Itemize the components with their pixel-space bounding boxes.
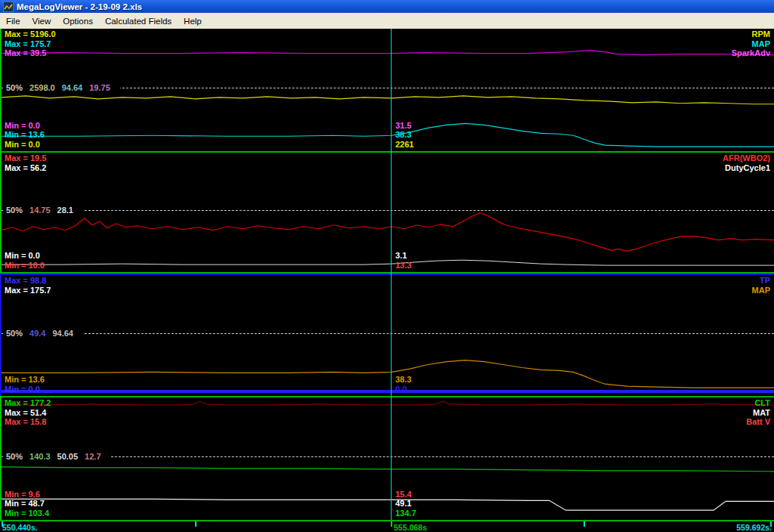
min-label: Min = 13.6 bbox=[5, 375, 45, 385]
fifty-percent-text: 50% bbox=[6, 83, 23, 92]
trace-map bbox=[2, 123, 774, 147]
timeline-cursor-time: 555.068s bbox=[394, 523, 427, 532]
min-label: Min = 10.0 bbox=[5, 261, 45, 271]
min-label: Min = 13.6 bbox=[5, 130, 45, 140]
min-label: Min = 103.4 bbox=[5, 509, 49, 518]
cursor-value: 0.0 bbox=[395, 385, 411, 394]
cursor-values: 31.538.32261 bbox=[395, 121, 413, 150]
max-labels: Max = 19.5Max = 56.2 bbox=[5, 153, 46, 172]
fifty-percent-value: 28.1 bbox=[57, 206, 73, 215]
trace-sparkadv bbox=[2, 51, 774, 55]
time-cursor-line[interactable] bbox=[391, 29, 392, 520]
max-label: Max = 175.7 bbox=[5, 286, 51, 295]
cursor-value: 2261 bbox=[395, 140, 413, 150]
min-label: Min = 0.0 bbox=[5, 140, 45, 150]
menu-view[interactable]: View bbox=[26, 14, 57, 28]
timeline-tick bbox=[391, 521, 392, 527]
fifty-percent-text: 50% bbox=[6, 206, 23, 215]
fifty-percent-value: 14.75 bbox=[29, 206, 51, 215]
trace-map bbox=[2, 360, 774, 388]
fifty-percent-labels: 50%14.7528.1 bbox=[3, 206, 83, 215]
gridline-dash bbox=[2, 210, 774, 211]
cursor-values: 38.30.0 bbox=[395, 375, 411, 394]
max-label: Max = 51.4 bbox=[5, 408, 51, 418]
fifty-percent-gridline: 50%49.494.64 bbox=[2, 329, 774, 338]
cursor-values: 15.449.1134.7 bbox=[395, 490, 416, 518]
series-label: RPM bbox=[732, 29, 770, 39]
chart-area: 50%2598.094.6419.75Max = 5196.0Max = 175… bbox=[0, 29, 774, 520]
fifty-percent-value: 50.05 bbox=[57, 452, 79, 461]
cursor-value: 49.1 bbox=[395, 499, 416, 509]
max-label: Max = 5196.0 bbox=[5, 29, 56, 39]
cursor-value: 13.3 bbox=[395, 261, 411, 271]
series-label: SparkAdv bbox=[732, 48, 770, 58]
trace-rpm bbox=[2, 96, 774, 104]
max-label: Max = 98.8 bbox=[5, 276, 51, 286]
fifty-percent-value: 94.64 bbox=[52, 329, 73, 338]
panel-clt-mat-battv[interactable]: 50%140.350.0512.7Max = 177.2Max = 51.4Ma… bbox=[0, 396, 774, 520]
fifty-percent-text: 50% bbox=[6, 329, 23, 338]
cursor-value: 31.5 bbox=[395, 121, 413, 131]
fifty-percent-labels: 50%2598.094.6419.75 bbox=[3, 83, 120, 92]
min-labels: Min = 0.0Min = 13.6Min = 0.0 bbox=[5, 121, 45, 150]
max-label: Max = 15.8 bbox=[5, 417, 51, 427]
fifty-percent-labels: 50%49.494.64 bbox=[3, 329, 83, 338]
fifty-percent-value: 2598.0 bbox=[29, 83, 55, 92]
max-label: Max = 177.2 bbox=[5, 398, 51, 408]
timeline-tick bbox=[2, 521, 3, 527]
series-label: MAP bbox=[732, 39, 770, 49]
min-label: Min = 48.7 bbox=[5, 499, 49, 509]
min-label: Min = 0.0 bbox=[5, 251, 45, 261]
fifty-percent-text: 50% bbox=[6, 452, 23, 461]
min-label: Min = 0.0 bbox=[5, 121, 45, 131]
menu-options[interactable]: Options bbox=[57, 14, 99, 28]
panel-rpm-map-sparkadv[interactable]: 50%2598.094.6419.75Max = 5196.0Max = 175… bbox=[0, 29, 774, 153]
cursor-values: 3.113.3 bbox=[395, 251, 411, 270]
series-label: Batt V bbox=[746, 417, 770, 427]
series-label: CLT bbox=[746, 398, 770, 408]
min-label: Min = 0.0 bbox=[5, 385, 45, 394]
fifty-percent-value: 49.4 bbox=[29, 329, 45, 338]
fifty-percent-value: 140.3 bbox=[29, 452, 51, 461]
series-label: MAT bbox=[746, 408, 770, 418]
cursor-value: 3.1 bbox=[395, 251, 411, 261]
cursor-value: 38.3 bbox=[395, 375, 411, 385]
fifty-percent-value: 12.7 bbox=[85, 452, 101, 461]
fifty-percent-value: 19.75 bbox=[89, 83, 110, 92]
fifty-percent-value: 94.64 bbox=[62, 83, 83, 92]
trace-dutycycle1 bbox=[2, 260, 774, 265]
timeline-end-time: 559.692s. bbox=[736, 523, 772, 532]
series-labels: RPMMAPSparkAdv bbox=[732, 29, 770, 58]
cursor-value: 38.3 bbox=[395, 130, 413, 140]
menu-bar: File View Options Calculated Fields Help bbox=[0, 13, 774, 29]
max-labels: Max = 177.2Max = 51.4Max = 15.8 bbox=[5, 398, 51, 427]
min-label: Min = 9.6 bbox=[5, 490, 49, 500]
title-bar[interactable]: MegaLogViewer - 2-19-09 2.xls bbox=[0, 0, 774, 13]
trace-batt-v bbox=[2, 401, 774, 405]
menu-file[interactable]: File bbox=[0, 14, 26, 28]
series-label: MAP bbox=[752, 286, 770, 295]
min-labels: Min = 13.6Min = 0.0 bbox=[5, 375, 45, 394]
fifty-percent-gridline: 50%140.350.0512.7 bbox=[2, 452, 774, 461]
max-labels: Max = 98.8Max = 175.7 bbox=[5, 276, 51, 295]
panel-tp-map[interactable]: 50%49.494.64Max = 98.8Max = 175.7TPMAPMi… bbox=[0, 274, 774, 396]
timeline-start-time: 550.440s. bbox=[2, 523, 38, 532]
series-labels: TPMAP bbox=[752, 276, 770, 295]
timeline-tick bbox=[770, 521, 772, 527]
cursor-value: 134.7 bbox=[395, 509, 416, 518]
megalogviewer-window: MegaLogViewer - 2-19-09 2.xls File View … bbox=[0, 0, 774, 532]
trace-clt bbox=[2, 467, 774, 472]
app-icon bbox=[3, 2, 14, 12]
menu-calculated-fields[interactable]: Calculated Fields bbox=[99, 14, 178, 28]
fifty-percent-gridline: 50%14.7528.1 bbox=[2, 206, 774, 215]
trace-afr-wbo2 bbox=[2, 213, 774, 251]
menu-help[interactable]: Help bbox=[178, 14, 208, 28]
series-label: TP bbox=[752, 276, 770, 286]
series-label: AFR(WBO2) bbox=[723, 153, 770, 163]
trace-mat bbox=[2, 499, 774, 510]
max-label: Max = 175.7 bbox=[5, 39, 56, 49]
max-label: Max = 19.5 bbox=[5, 153, 46, 163]
timeline-bar[interactable]: 550.440s. 555.068s 559.692s. bbox=[0, 520, 774, 532]
min-labels: Min = 0.0Min = 10.0 bbox=[5, 251, 45, 270]
panel-afr-dutycycle[interactable]: 50%14.7528.1Max = 19.5Max = 56.2AFR(WBO2… bbox=[0, 153, 774, 274]
